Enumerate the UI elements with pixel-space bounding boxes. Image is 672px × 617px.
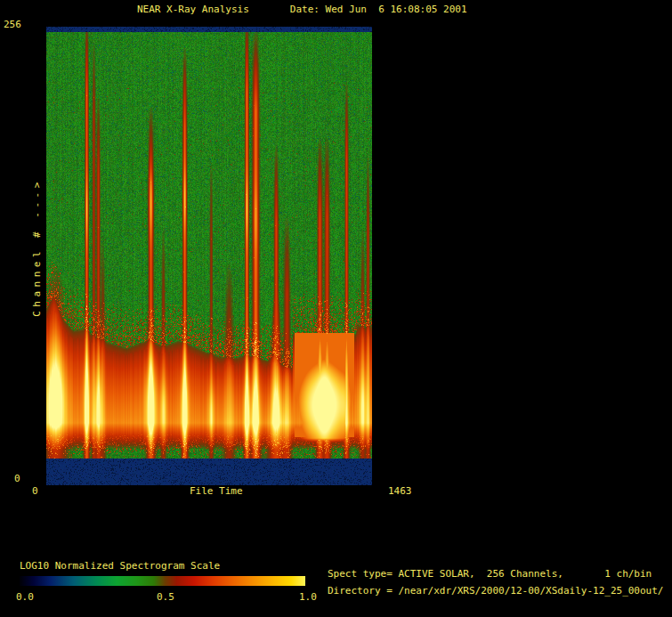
colorbar-tick-min: 0.0 [16, 591, 34, 603]
colorbar-tick-max: 1.0 [299, 591, 317, 603]
y-axis-min-tick: 0 [14, 473, 20, 484]
colorbar-gradient [20, 576, 305, 586]
title-row: NEAR X-Ray Analysis Date: Wed Jun 6 16:0… [137, 4, 467, 15]
x-axis-min-tick: 0 [32, 485, 38, 497]
colorbar-label: LOG10 Normalized Spectrogram Scale [20, 560, 220, 572]
near-xray-analysis-window: NEAR X-Ray Analysis Date: Wed Jun 6 16:0… [0, 0, 672, 617]
colorbar-tick-mid: 0.5 [157, 591, 174, 603]
page-title: NEAR X-Ray Analysis [137, 4, 249, 15]
x-axis-label: File Time [190, 485, 243, 497]
y-axis-label: Channel # ---> [31, 178, 43, 317]
spectrogram-canvas [46, 27, 372, 485]
directory-line: Directory = /near/xdr/XRS/2000/12-00/XSd… [328, 585, 664, 597]
x-axis-max-tick: 1463 [388, 485, 412, 497]
header-date: Date: Wed Jun 6 16:08:05 2001 [290, 4, 467, 15]
y-axis-max-tick: 256 [4, 19, 21, 30]
spect-type-line: Spect type= ACTIVE SOLAR, 256 Channels, … [328, 568, 652, 580]
